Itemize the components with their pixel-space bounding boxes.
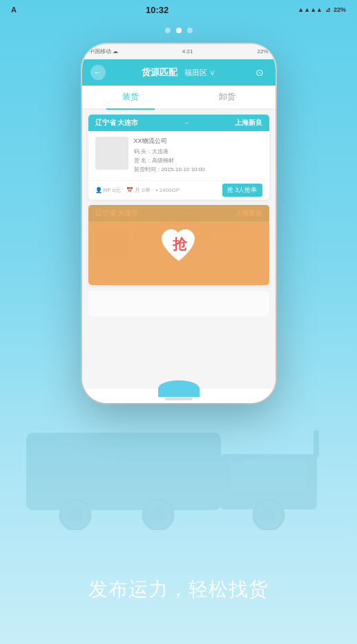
cargo-stats-1: 👤 RP 0元 📅 月 0单 ▪ 1400GP <box>95 186 180 194</box>
cargo-time-1: 装货时间：2015-10-10 10:00 <box>134 166 262 173</box>
phone-battery: 22% <box>257 48 268 55</box>
back-button[interactable]: ← <box>90 65 106 80</box>
app-title: 货源匹配 <box>142 66 177 79</box>
cargo-card-1-header: 辽宁省 大连市 → 上海新良 <box>88 115 269 131</box>
svg-point-4 <box>68 508 82 522</box>
box-icon-1: ▪ <box>156 187 158 193</box>
system-icons: ▲▲▲▲ ⊿ 22% <box>298 6 346 13</box>
time-label: 10:32 <box>146 5 168 15</box>
grab-overlay: 抢 <box>88 205 269 285</box>
svg-point-8 <box>262 508 276 522</box>
phone-mockup: 中国移动 ☁ 4:21 22% ← 货源匹配 福田区 ∨ ⊙ 装货 卸货 辽宁省… <box>82 44 276 403</box>
cargo-details-1: XX物流公司 码 头：大连港 货 名：高级钢材 装货时间：2015-10-10 … <box>134 137 262 175</box>
signal-icon: ▲▲▲▲ <box>298 6 322 13</box>
phone-status-bar: 中国移动 ☁ 4:21 22% <box>82 44 276 59</box>
phone-bottom-bar <box>82 389 276 403</box>
cargo-company-1: XX物流公司 <box>134 137 262 146</box>
cargo-card-3-partial <box>88 290 270 318</box>
bottom-tagline: 发布运力，轻松找货 <box>0 576 357 603</box>
battery-icon: 22% <box>334 6 346 13</box>
cargo-from-1: 辽宁省 大连市 <box>95 118 139 128</box>
heart-icon: 抢 <box>158 224 200 266</box>
dot-3 <box>187 28 193 33</box>
arch-decoration <box>158 380 200 397</box>
cargo-card-2[interactable]: 辽宁省 大连市 → 上海新良 👤RP 0元 📅月 0单 ▪1400GP <box>88 204 270 286</box>
svg-point-6 <box>151 508 165 522</box>
phone-carrier: 中国移动 ☁ <box>89 48 118 55</box>
tab-loading[interactable]: 装货 <box>82 86 179 108</box>
cargo-list: 辽宁省 大连市 → 上海新良 XX物流公司 码 头：大连港 货 名：高级钢材 装… <box>82 110 276 389</box>
dot-2 <box>176 28 182 33</box>
cargo-card-1-body: XX物流公司 码 头：大连港 货 名：高级钢材 装货时间：2015-10-10 … <box>88 131 269 180</box>
calendar-icon-1: 📅 <box>126 187 133 193</box>
home-indicator[interactable] <box>165 398 193 400</box>
svg-rect-9 <box>313 430 319 458</box>
app-region[interactable]: 福田区 ∨ <box>184 68 215 78</box>
cargo-card-1-footer: 👤 RP 0元 📅 月 0单 ▪ 1400GP 抢 3人抢单 <box>88 180 269 199</box>
dot-1 <box>165 28 171 33</box>
svg-rect-2 <box>231 461 307 492</box>
wifi-icon: ⊿ <box>325 6 331 13</box>
svg-text:抢: 抢 <box>171 236 187 252</box>
person-icon-1: 👤 <box>95 187 102 193</box>
phone-time: 4:21 <box>182 48 193 55</box>
cargo-port-1: 码 头：大连港 <box>134 148 262 155</box>
cargo-to-1: 上海新良 <box>235 118 262 128</box>
truck-background <box>0 385 357 537</box>
stat-orders-1: 📅 月 0单 <box>126 186 151 194</box>
stat-rp-1: 👤 RP 0元 <box>95 186 122 194</box>
tab-unloading[interactable]: 卸货 <box>179 86 276 108</box>
stat-capacity-1: ▪ 1400GP <box>156 187 180 193</box>
cargo-image-1 <box>95 137 128 170</box>
cargo-card-1[interactable]: 辽宁省 大连市 → 上海新良 XX物流公司 码 头：大连港 货 名：高级钢材 装… <box>88 114 270 200</box>
header-right-button[interactable]: ⊙ <box>252 65 267 80</box>
page-dots-indicator <box>0 19 357 37</box>
status-bar: A 10:32 ▲▲▲▲ ⊿ 22% <box>0 0 357 19</box>
svg-rect-0 <box>27 433 220 509</box>
bottom-text-area: 发布运力，轻松找货 <box>0 576 357 603</box>
grab-heart-container: 抢 <box>158 224 200 266</box>
tab-bar: 装货 卸货 <box>82 86 276 110</box>
carrier-label: A <box>11 6 17 14</box>
app-header: ← 货源匹配 福田区 ∨ ⊙ <box>82 59 276 86</box>
grab-button-1[interactable]: 抢 3人抢单 <box>222 184 262 197</box>
phone-mockup-container: 中国移动 ☁ 4:21 22% ← 货源匹配 福田区 ∨ ⊙ 装货 卸货 辽宁省… <box>0 37 357 403</box>
cargo-goods-1: 货 名：高级钢材 <box>134 157 262 164</box>
